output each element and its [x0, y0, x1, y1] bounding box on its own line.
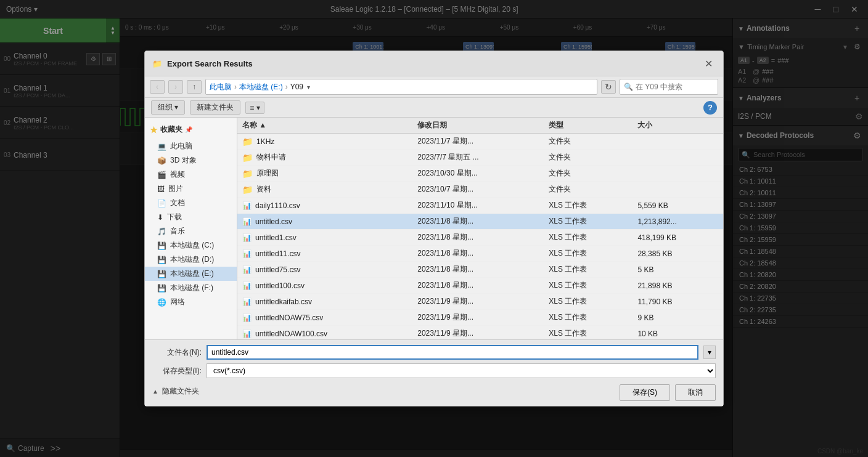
table-row[interactable]: 📊untitled100.csv 2023/11/8 星期... XLS 工作表…	[237, 278, 723, 294]
dialog-main[interactable]: 名称 ▲ 修改日期 类型 大小 📁1KHz 2023/11/7 星期... 文件…	[237, 118, 723, 339]
breadcrumb-drive[interactable]: 本地磁盘 (E:)	[239, 82, 283, 92]
sidebar-drive-e[interactable]: 💾 本地磁盘 (E:)	[145, 267, 237, 281]
col-size[interactable]: 大小	[633, 118, 723, 134]
breadcrumb-computer[interactable]: 此电脑	[210, 82, 232, 92]
file-size-cell	[633, 150, 723, 166]
col-type[interactable]: 类型	[544, 118, 633, 134]
file-date-cell: 2023/11/8 星期...	[412, 246, 544, 262]
dialog-footer: 文件名(N): ▾ 保存类型(I): csv(*.csv) ▲ 隐藏文件夹 保存…	[145, 339, 723, 406]
file-size-cell	[633, 134, 723, 150]
search-bar-input[interactable]	[636, 83, 728, 91]
file-type-cell: XLS 工作表	[544, 326, 633, 340]
sidebar-downloads-label: 下载	[167, 212, 182, 222]
table-row[interactable]: 📊untitled75.csv 2023/11/8 星期... XLS 工作表 …	[237, 262, 723, 278]
file-size-cell: 5 KB	[633, 262, 723, 278]
table-row[interactable]: 📊untitledkaifab.csv 2023/11/9 星期... XLS …	[237, 294, 723, 310]
drive-d-icon: 💾	[157, 256, 166, 264]
table-row[interactable]: 📁资料 2023/10/7 星期... 文件夹	[237, 182, 723, 198]
col-name[interactable]: 名称 ▲	[237, 118, 412, 134]
sidebar-downloads[interactable]: ⬇ 下载	[145, 210, 237, 224]
dialog-buttons: 保存(S) 取消	[620, 384, 716, 401]
sidebar-docs-label: 文档	[170, 198, 185, 208]
sidebar-network[interactable]: 🌐 网络	[145, 295, 237, 309]
csv-icon: 📊	[242, 201, 252, 210]
refresh-btn[interactable]: ↻	[601, 80, 616, 94]
filename-label: 文件名(N):	[152, 347, 202, 358]
organize-btn[interactable]: 组织 ▾	[151, 100, 185, 115]
favorites-header[interactable]: ★ 收藏夹 📌	[145, 123, 237, 137]
table-row[interactable]: 📊daily1110.csv 2023/11/10 星期... XLS 工作表 …	[237, 198, 723, 214]
file-name-cell: 📊untitled11.csv	[237, 246, 412, 262]
dialog-title-text: Export Search Results	[167, 59, 253, 68]
file-type-cell: XLS 工作表	[544, 214, 633, 230]
sidebar-music[interactable]: 🎵 音乐	[145, 224, 237, 238]
network-icon: 🌐	[157, 298, 166, 307]
sidebar-drive-d[interactable]: 💾 本地磁盘 (D:)	[145, 253, 237, 267]
file-name-cell: 📁物料申请	[237, 150, 412, 166]
file-type-cell: XLS 工作表	[544, 262, 633, 278]
sidebar-3d-label: 3D 对象	[170, 155, 197, 166]
file-name-cell: 📊untitledNOAW75.csv	[237, 310, 412, 326]
sidebar-computer[interactable]: 💻 此电脑	[145, 139, 237, 153]
search-bar: 🔍	[620, 79, 718, 95]
sidebar-drive-f-label: 本地磁盘 (F:)	[170, 283, 213, 293]
save-button[interactable]: 保存(S)	[620, 384, 670, 401]
file-date-cell: 2023/11/9 星期...	[412, 326, 544, 340]
csv-icon: 📊	[242, 217, 252, 226]
table-row[interactable]: 📊untitled1.csv 2023/11/8 星期... XLS 工作表 4…	[237, 230, 723, 246]
cancel-button[interactable]: 取消	[675, 384, 716, 401]
file-type-cell: XLS 工作表	[544, 198, 633, 214]
table-row[interactable]: 📊untitled.csv 2023/11/8 星期... XLS 工作表 1,…	[237, 214, 723, 230]
sidebar-drive-c[interactable]: 💾 本地磁盘 (C:)	[145, 238, 237, 253]
view-btn[interactable]: ≡ ▾	[245, 102, 264, 114]
breadcrumb-current: Y09	[290, 83, 303, 91]
sidebar-drive-e-label: 本地磁盘 (E:)	[170, 269, 214, 279]
col-date[interactable]: 修改日期	[412, 118, 544, 134]
file-name-cell: 📁资料	[237, 182, 412, 198]
dialog-close-btn[interactable]: ✕	[701, 56, 716, 71]
file-table: 名称 ▲ 修改日期 类型 大小 📁1KHz 2023/11/7 星期... 文件…	[237, 118, 723, 339]
downloads-icon: ⬇	[157, 213, 163, 222]
file-name-cell: 📊untitledkaifab.csv	[237, 294, 412, 310]
filename-input[interactable]	[207, 345, 698, 360]
csv-icon: 📊	[242, 233, 252, 242]
filename-dropdown-btn[interactable]: ▾	[703, 346, 716, 359]
back-btn[interactable]: ‹	[150, 80, 165, 94]
hide-folders-toggle[interactable]: ▲	[152, 388, 158, 395]
breadcrumb-dropdown-btn[interactable]: ▾	[306, 84, 311, 91]
file-name-cell: 📊untitledNOAW100.csv	[237, 326, 412, 340]
sidebar-pictures[interactable]: 🖼 图片	[145, 182, 237, 196]
3d-icon: 📦	[157, 156, 166, 165]
sidebar-3d[interactable]: 📦 3D 对象	[145, 153, 237, 168]
table-row[interactable]: 📊untitled11.csv 2023/11/8 星期... XLS 工作表 …	[237, 246, 723, 262]
file-size-cell: 21,898 KB	[633, 278, 723, 294]
folder-icon: 📁	[242, 153, 253, 163]
file-date-cell: 2023/11/8 星期...	[412, 214, 544, 230]
file-name-cell: 📁原理图	[237, 166, 412, 182]
sidebar-video[interactable]: 🎬 视频	[145, 168, 237, 182]
file-date-cell: 2023/11/7 星期...	[412, 134, 544, 150]
forward-btn[interactable]: ›	[168, 80, 183, 94]
drive-f-icon: 💾	[157, 284, 166, 293]
search-bar-icon: 🔍	[624, 83, 633, 91]
filetype-select[interactable]: csv(*.csv)	[207, 363, 716, 378]
sidebar-drive-c-label: 本地磁盘 (C:)	[170, 240, 214, 251]
up-btn[interactable]: ↑	[187, 80, 202, 94]
file-date-cell: 2023/11/8 星期...	[412, 230, 544, 246]
file-type-cell: XLS 工作表	[544, 310, 633, 326]
sidebar-docs[interactable]: 📄 文档	[145, 196, 237, 210]
dialog-body: ★ 收藏夹 📌 💻 此电脑 📦 3D 对象 🎬 视频	[145, 118, 723, 339]
file-date-cell: 2023/11/9 星期...	[412, 294, 544, 310]
file-name-cell: 📁1KHz	[237, 134, 412, 150]
file-size-cell: 418,199 KB	[633, 230, 723, 246]
sidebar-music-label: 音乐	[170, 226, 185, 237]
table-row[interactable]: 📊untitledNOAW100.csv 2023/11/9 星期... XLS…	[237, 326, 723, 340]
folder-icon: 📁	[242, 169, 253, 179]
table-row[interactable]: 📊untitledNOAW75.csv 2023/11/9 星期... XLS …	[237, 310, 723, 326]
sidebar-drive-f[interactable]: 💾 本地磁盘 (F:)	[145, 281, 237, 295]
table-row[interactable]: 📁1KHz 2023/11/7 星期... 文件夹	[237, 134, 723, 150]
table-row[interactable]: 📁原理图 2023/10/30 星期... 文件夹	[237, 166, 723, 182]
new-folder-btn[interactable]: 新建文件夹	[190, 100, 240, 115]
table-row[interactable]: 📁物料申请 2023/7/7 星期五 ... 文件夹	[237, 150, 723, 166]
help-btn[interactable]: ?	[703, 101, 717, 115]
